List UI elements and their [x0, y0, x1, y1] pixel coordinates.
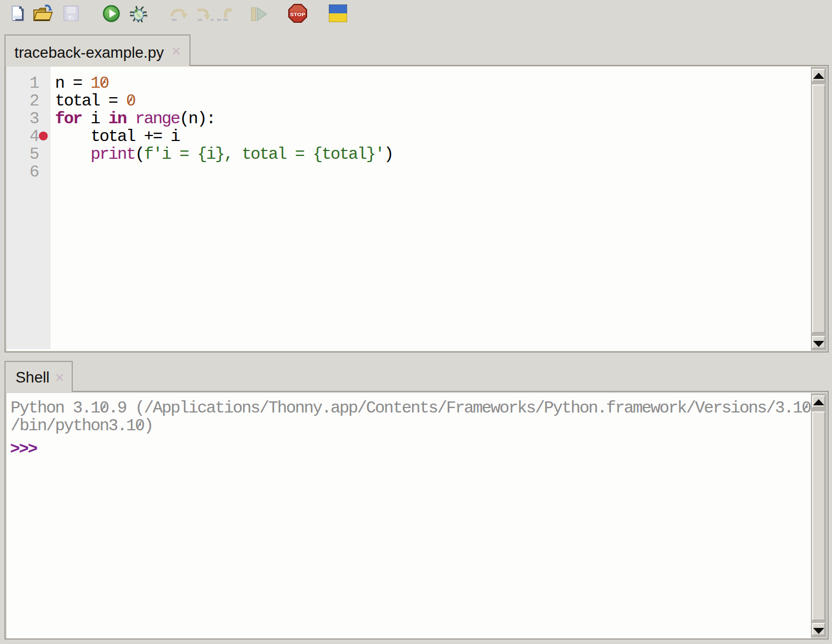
svg-text:STOP: STOP — [290, 11, 305, 17]
